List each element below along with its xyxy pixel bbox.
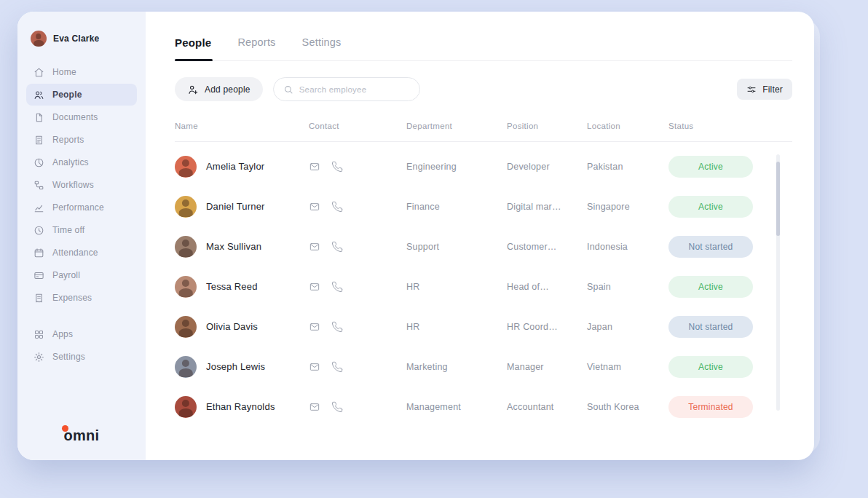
mail-icon[interactable] xyxy=(309,241,320,253)
name-cell: Olivia Davis xyxy=(175,316,309,338)
name-cell: Joseph Lewis xyxy=(175,356,309,378)
search-box[interactable] xyxy=(273,77,420,101)
search-input[interactable] xyxy=(299,85,410,94)
scrollbar-thumb[interactable] xyxy=(776,162,780,236)
sidebar-item-label: Apps xyxy=(52,329,73,339)
settings-icon xyxy=(33,352,44,363)
name-cell: Daniel Turner xyxy=(175,196,309,218)
sidebar-item[interactable]: Performance xyxy=(26,197,137,218)
sidebar-item[interactable]: Expenses xyxy=(26,287,137,309)
sidebar-item[interactable]: Payroll xyxy=(26,264,137,286)
sidebar-nav: Home People Documents Reports xyxy=(26,61,137,309)
sidebar-item[interactable]: Home xyxy=(26,61,137,83)
location-cell: Japan xyxy=(587,322,668,332)
mail-icon[interactable] xyxy=(309,361,320,373)
table-row[interactable]: Joseph Lewis Marketing Manager Vietnam xyxy=(175,347,792,387)
tab[interactable]: People xyxy=(175,36,211,49)
status-badge: Active xyxy=(668,156,753,178)
reports-icon xyxy=(33,135,44,146)
table-row[interactable]: Daniel Turner Finance Digital mar… Singa… xyxy=(175,186,792,226)
status-cell: Active xyxy=(668,276,778,298)
phone-icon[interactable] xyxy=(331,401,343,413)
user-profile[interactable]: Eva Clarke xyxy=(26,28,137,61)
workflows-icon xyxy=(33,180,44,191)
scrollbar[interactable] xyxy=(776,154,780,411)
department-cell: Marketing xyxy=(406,362,507,372)
sidebar-item-label: Reports xyxy=(52,135,84,145)
tab[interactable]: Reports xyxy=(237,36,275,49)
status-badge: Active xyxy=(668,356,753,378)
tab[interactable]: Settings xyxy=(302,36,342,49)
phone-icon[interactable] xyxy=(331,281,343,293)
people-icon xyxy=(33,90,44,100)
sidebar-item[interactable]: Apps xyxy=(26,323,137,345)
column-header: Name xyxy=(175,122,309,130)
employee-name: Ethan Raynolds xyxy=(206,401,275,412)
status-badge: Not started xyxy=(668,236,753,258)
mail-icon[interactable] xyxy=(309,161,320,173)
status-badge: Not started xyxy=(668,316,753,338)
table-row[interactable]: Amelia Taylor Engineering Developer Paki… xyxy=(175,146,792,186)
phone-icon[interactable] xyxy=(331,361,343,373)
mail-icon[interactable] xyxy=(309,281,320,293)
sidebar-item-label: Attendance xyxy=(52,248,98,258)
phone-icon[interactable] xyxy=(331,161,343,173)
column-header: Location xyxy=(587,122,668,130)
contact-cell xyxy=(309,321,406,333)
department-cell: HR xyxy=(406,282,507,292)
table-body: Amelia Taylor Engineering Developer Paki… xyxy=(175,142,792,427)
status-cell: Active xyxy=(668,356,778,378)
employee-avatar xyxy=(175,316,197,338)
position-cell: Head of… xyxy=(507,282,587,292)
app-window: Eva Clarke Home People Documents xyxy=(17,12,814,460)
table-row[interactable]: Max Sullivan Support Customer… Indonesia xyxy=(175,226,792,266)
sidebar-item[interactable]: Documents xyxy=(26,106,137,128)
apps-icon xyxy=(33,329,44,340)
contact-cell xyxy=(309,201,406,213)
mail-icon[interactable] xyxy=(309,201,320,213)
status-cell: Not started xyxy=(668,316,778,338)
name-cell: Amelia Taylor xyxy=(175,156,309,178)
main-content: People Reports Settings Add people xyxy=(146,12,814,460)
sidebar-item[interactable]: Analytics xyxy=(26,151,137,173)
name-cell: Max Sullivan xyxy=(175,236,309,258)
sidebar-item-label: Expenses xyxy=(52,293,92,303)
sidebar-item[interactable]: Attendance xyxy=(26,242,137,264)
expenses-icon xyxy=(33,293,44,304)
department-cell: HR xyxy=(406,322,507,332)
table-row[interactable]: Tessa Reed HR Head of… Spain Act xyxy=(175,266,792,307)
sidebar-item[interactable]: Time off xyxy=(26,219,137,241)
sidebar-item[interactable]: Workflows xyxy=(26,174,137,196)
profile-name: Eva Clarke xyxy=(53,33,99,44)
department-cell: Support xyxy=(406,242,507,252)
employee-avatar xyxy=(175,276,197,298)
location-cell: Singapore xyxy=(587,202,668,212)
user-avatar xyxy=(31,31,47,47)
employee-avatar xyxy=(175,156,197,178)
filter-button[interactable]: Filter xyxy=(737,79,792,100)
search-icon xyxy=(283,84,293,95)
sidebar-item-label: People xyxy=(52,90,82,100)
table-row[interactable]: Ethan Raynolds Management Accountant Sou… xyxy=(175,387,792,427)
mail-icon[interactable] xyxy=(309,321,320,333)
phone-icon[interactable] xyxy=(331,321,343,333)
sidebar-item[interactable]: Reports xyxy=(26,129,137,151)
location-cell: South Korea xyxy=(587,402,668,412)
sidebar-item[interactable]: Settings xyxy=(26,346,137,368)
position-cell: Manager xyxy=(507,362,587,372)
table-header: Name Contact Department Position Locatio… xyxy=(175,122,792,142)
phone-icon[interactable] xyxy=(331,241,343,253)
add-people-button[interactable]: Add people xyxy=(175,77,263,101)
table-row[interactable]: Olivia Davis HR HR Coord… Japan xyxy=(175,307,792,347)
mail-icon[interactable] xyxy=(309,401,320,413)
position-cell: HR Coord… xyxy=(507,322,587,332)
sidebar-item-label: Documents xyxy=(52,112,98,122)
sidebar-item[interactable]: People xyxy=(26,84,137,106)
column-header: Contact xyxy=(309,122,406,130)
analytics-icon xyxy=(33,157,44,168)
phone-icon[interactable] xyxy=(331,201,343,213)
omni-logo: omni xyxy=(64,427,100,444)
status-cell: Not started xyxy=(668,236,778,258)
position-cell: Developer xyxy=(507,162,587,172)
logo-area: omni xyxy=(26,427,137,447)
